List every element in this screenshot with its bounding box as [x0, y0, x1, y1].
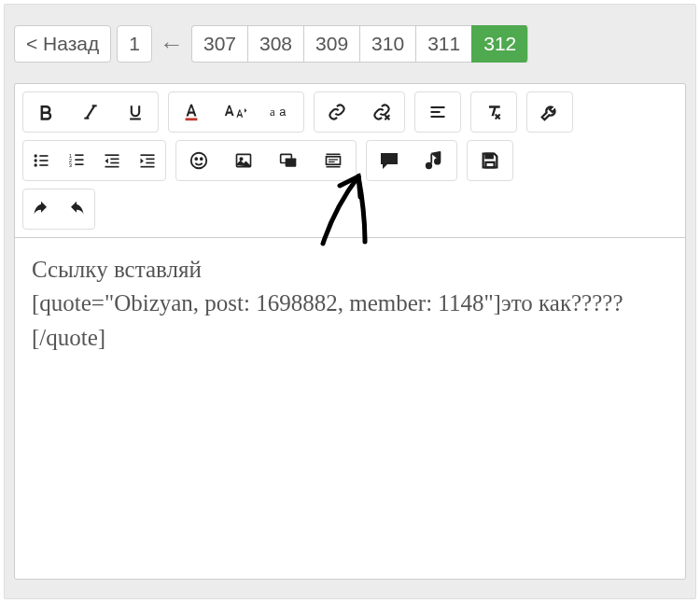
svg-rect-4 [186, 118, 198, 120]
svg-point-14 [35, 154, 37, 157]
pager-back-button[interactable]: < Назад [14, 25, 111, 63]
rich-text-editor: aa [14, 83, 686, 580]
svg-rect-26 [105, 154, 119, 156]
svg-rect-31 [146, 159, 154, 161]
ordered-list-button[interactable]: 123 [59, 141, 94, 180]
pager-page[interactable]: 307 [191, 25, 247, 63]
save-button[interactable] [468, 141, 512, 180]
pager-page[interactable]: 309 [303, 25, 359, 63]
undo-button[interactable] [23, 189, 59, 229]
toolbar-group-save [467, 140, 513, 181]
remove-format-icon [483, 103, 504, 121]
toolbar-row-2: 123 [22, 140, 678, 181]
svg-rect-19 [39, 164, 48, 166]
svg-point-16 [35, 163, 37, 166]
media-button[interactable] [266, 141, 311, 180]
pager-page[interactable]: 308 [247, 25, 303, 63]
svg-point-15 [35, 159, 37, 161]
outdent-button[interactable] [94, 141, 130, 180]
toolbar-group-format [470, 91, 517, 133]
svg-rect-32 [146, 162, 154, 164]
pager-first-page[interactable]: 1 [117, 25, 152, 63]
indent-icon [138, 151, 157, 170]
toolbar-group-lists: 123 [22, 140, 166, 181]
bold-icon [36, 103, 55, 121]
settings-button[interactable] [527, 92, 572, 132]
quote-block-button[interactable] [311, 141, 356, 180]
speech-button[interactable] [367, 141, 412, 180]
image-icon [233, 151, 254, 170]
align-button[interactable] [415, 92, 460, 132]
toolbar-row-1: aa [22, 91, 678, 133]
svg-rect-17 [39, 155, 48, 157]
page-container: < Назад 1 ← 307 308 309 310 311 312 [4, 4, 696, 599]
link-icon [327, 103, 347, 121]
music-button[interactable] [412, 141, 456, 180]
pager-gap-indicator: ← [158, 30, 186, 59]
quote-block-icon [323, 151, 343, 170]
editor-line: Ссылку вставляй [32, 253, 668, 287]
svg-text:3: 3 [69, 162, 72, 168]
toolbar-group-text-style [22, 91, 159, 133]
svg-rect-23 [75, 154, 83, 156]
media-icon [278, 151, 299, 170]
insert-link-button[interactable] [315, 92, 359, 132]
svg-point-36 [201, 158, 203, 160]
svg-point-35 [195, 158, 197, 160]
underline-button[interactable] [113, 92, 158, 132]
image-button[interactable] [221, 141, 266, 180]
font-size-button[interactable] [214, 92, 259, 132]
underline-icon [126, 103, 145, 121]
svg-rect-25 [75, 163, 83, 165]
unordered-list-button[interactable] [23, 141, 59, 180]
svg-rect-42 [327, 157, 341, 164]
font-family-icon: aa [270, 103, 292, 121]
svg-rect-46 [485, 162, 494, 168]
svg-rect-40 [286, 159, 297, 167]
toolbar-group-undo [22, 189, 95, 230]
redo-icon [66, 201, 87, 217]
remove-format-button[interactable] [471, 92, 516, 132]
pager-page[interactable]: 311 [415, 25, 471, 63]
svg-point-34 [191, 153, 207, 169]
pager-page-group: 307 308 309 310 311 312 [191, 25, 528, 63]
undo-icon [31, 201, 51, 217]
italic-button[interactable] [68, 92, 113, 132]
editor-line: [quote="Obizyan, post: 1698882, member: … [32, 287, 668, 355]
editor-content-area[interactable]: Ссылку вставляй [quote="Obizyan, post: 1… [15, 238, 685, 518]
bold-button[interactable] [23, 92, 68, 132]
music-icon [424, 150, 444, 171]
svg-rect-45 [327, 166, 341, 168]
pager-page-current[interactable]: 312 [471, 25, 528, 63]
svg-rect-41 [327, 154, 341, 156]
pagination: < Назад 1 ← 307 308 309 310 311 312 [14, 25, 686, 63]
svg-rect-47 [485, 154, 492, 159]
toolbar-group-settings [526, 91, 573, 133]
toolbar-group-link [314, 91, 405, 133]
font-size-icon [224, 102, 248, 122]
pager-page[interactable]: 310 [359, 25, 415, 63]
text-color-icon [181, 102, 202, 122]
toolbar-row-3 [22, 189, 678, 230]
outdent-icon [103, 151, 121, 170]
italic-icon [81, 103, 100, 121]
indent-button[interactable] [130, 141, 165, 180]
text-color-button[interactable] [169, 92, 214, 132]
svg-rect-28 [110, 162, 119, 164]
toolbar-group-paragraph [414, 91, 461, 133]
redo-button[interactable] [59, 189, 94, 229]
toolbar-group-insert [175, 140, 357, 181]
svg-rect-43 [329, 159, 338, 160]
font-family-button[interactable]: aa [259, 92, 303, 132]
svg-rect-24 [75, 159, 83, 161]
speech-bubble-icon [377, 149, 401, 172]
unlink-icon [371, 103, 392, 121]
remove-link-button[interactable] [359, 92, 404, 132]
align-icon [428, 103, 447, 121]
svg-rect-33 [141, 166, 155, 168]
smiley-button[interactable] [176, 141, 221, 180]
svg-rect-27 [110, 159, 119, 161]
save-icon [480, 150, 500, 171]
toolbar-group-font: aa [168, 91, 304, 133]
svg-text:a: a [279, 105, 287, 119]
